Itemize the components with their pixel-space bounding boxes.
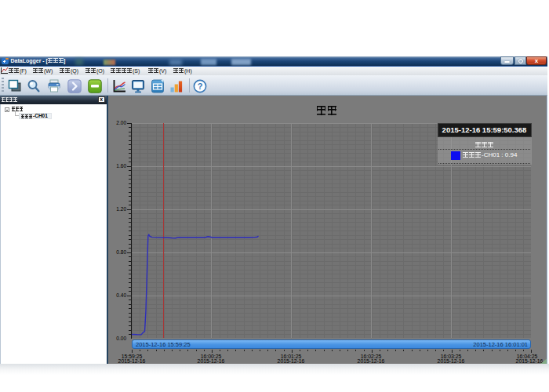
svg-text:?: ? — [198, 82, 203, 91]
